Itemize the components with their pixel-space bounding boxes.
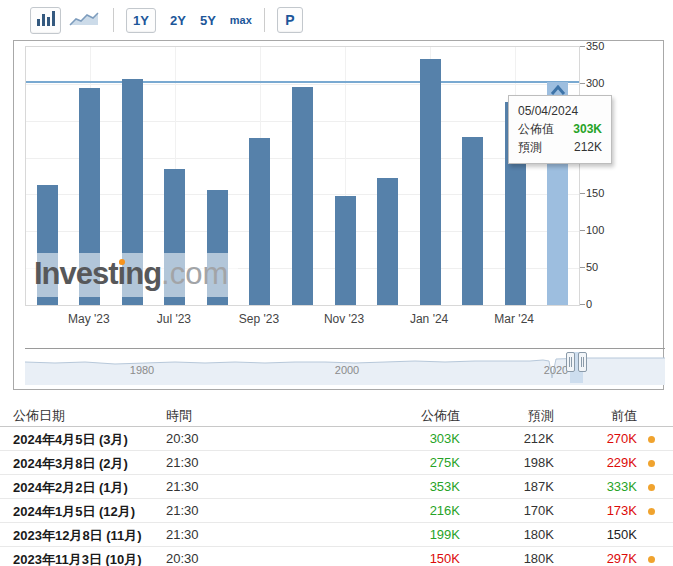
y-axis-tick-mark — [580, 267, 585, 268]
chart-bar[interactable] — [335, 196, 356, 305]
header-release-date: 公佈日期 — [13, 407, 65, 425]
watermark-text: Invest — [34, 256, 118, 291]
gridline-h — [26, 84, 579, 85]
toolbar-separator — [113, 8, 114, 32]
timeline-navigator[interactable]: 1980 2000 2020 — [25, 348, 665, 385]
forecast-value: 198K — [524, 455, 554, 470]
y-axis-tick-mark — [580, 230, 585, 231]
previous-value: 229K — [607, 455, 637, 470]
table-row[interactable]: 2024年1月5日 (12月)21:30216K170K173K — [0, 499, 673, 523]
chart-bar[interactable] — [462, 137, 483, 305]
actual-value: 353K — [430, 479, 460, 494]
chart-bar[interactable] — [420, 59, 441, 305]
y-axis-tick-mark — [580, 83, 585, 84]
table-row[interactable]: 2024年3月8日 (2月)21:30275K198K229K — [0, 451, 673, 475]
chart-container: 050100150200250300350 May '23Jul '23Sep … — [13, 40, 664, 390]
tooltip-date: 05/04/2024 — [518, 102, 602, 120]
area-chart-type-button[interactable] — [67, 8, 101, 33]
revised-dot-icon — [648, 484, 655, 491]
navigator-tick-2000: 2000 — [335, 364, 359, 376]
release-time: 20:30 — [166, 431, 199, 446]
range-1y-button[interactable]: 1Y — [126, 8, 156, 33]
reference-line — [26, 81, 579, 83]
tooltip-forecast-value: 212K — [574, 138, 602, 156]
y-axis-tick-label: 300 — [586, 77, 616, 89]
watermark-i: i — [118, 256, 126, 292]
releases-table: 公佈日期 時間 公佈值 預測 前值 2024年4月5日 (3月)20:30303… — [0, 403, 673, 566]
release-date: 2024年1月5日 (12月) — [13, 503, 135, 521]
forecast-value: 212K — [524, 431, 554, 446]
table-row[interactable]: 2024年2月2日 (1月)21:30353K187K333K — [0, 475, 673, 499]
bar-chart-type-button[interactable] — [30, 7, 61, 34]
y-axis-tick-mark — [580, 193, 585, 194]
x-axis-tick-label: May '23 — [68, 312, 110, 326]
actual-value: 150K — [430, 551, 460, 566]
release-date: 2023年11月3日 (10月) — [13, 551, 142, 566]
actual-value: 199K — [430, 527, 460, 542]
table-body: 2024年4月5日 (3月)20:30303K212K270K2024年3月8日… — [0, 427, 673, 566]
orange-dot-icon — [119, 259, 125, 265]
navigator-tick-1980: 1980 — [130, 364, 154, 376]
revised-dot-icon — [648, 556, 655, 563]
previous-value: 270K — [607, 431, 637, 446]
release-date: 2024年4月5日 (3月) — [13, 431, 128, 449]
y-axis-tick-label: 0 — [586, 298, 616, 310]
release-date: 2024年2月2日 (1月) — [13, 479, 128, 497]
investing-watermark: Investing.com — [26, 253, 238, 297]
y-axis-tick-mark — [580, 304, 585, 305]
release-time: 21:30 — [166, 479, 199, 494]
actual-value: 275K — [430, 455, 460, 470]
navigator-tick-2020: 2020 — [544, 364, 568, 376]
bar-chart-icon — [36, 10, 56, 31]
release-time: 21:30 — [166, 527, 199, 542]
navigator-right-handle[interactable] — [578, 352, 587, 372]
release-time: 20:30 — [166, 551, 199, 566]
range-max-button[interactable]: max — [230, 14, 252, 26]
y-axis-tick-label: 150 — [586, 187, 616, 199]
tooltip-actual-value: 303K — [573, 120, 602, 138]
table-row[interactable]: 2023年11月3日 (10月)20:30150K180K297K — [0, 547, 673, 566]
previous-value: 297K — [607, 551, 637, 566]
toolbar-separator — [264, 8, 265, 32]
forecast-value: 180K — [524, 527, 554, 542]
navigator-left-handle[interactable] — [566, 352, 575, 372]
header-time: 時間 — [166, 407, 192, 425]
release-date: 2023年12月8日 (11月) — [13, 527, 142, 545]
tooltip-actual-label: 公佈值 — [518, 120, 554, 138]
table-header-row: 公佈日期 時間 公佈值 預測 前值 — [0, 403, 673, 427]
x-axis-tick-label: Sep '23 — [239, 312, 279, 326]
release-time: 21:30 — [166, 455, 199, 470]
range-2y-button[interactable]: 2Y — [170, 13, 186, 28]
previous-value: 150K — [607, 527, 637, 542]
table-row[interactable]: 2024年4月5日 (3月)20:30303K212K270K — [0, 427, 673, 451]
y-axis-tick-label: 100 — [586, 224, 616, 236]
revised-dot-icon — [648, 460, 655, 467]
chart-bar[interactable] — [292, 87, 313, 305]
chart-bar[interactable] — [377, 178, 398, 305]
release-time: 21:30 — [166, 503, 199, 518]
y-axis-tick-label: 350 — [586, 40, 616, 52]
x-axis-tick-label: Jan '24 — [410, 312, 448, 326]
forecast-value: 180K — [524, 551, 554, 566]
watermark-suffix: .com — [161, 256, 228, 291]
watermark-text-2: ng — [125, 256, 161, 291]
range-5y-button[interactable]: 5Y — [200, 13, 216, 28]
header-actual: 公佈值 — [421, 407, 460, 425]
forecast-value: 187K — [524, 479, 554, 494]
header-previous: 前值 — [611, 407, 637, 425]
revised-dot-icon — [648, 436, 655, 443]
y-axis-tick-label: 50 — [586, 261, 616, 273]
previous-value: 333K — [607, 479, 637, 494]
chart-bar[interactable] — [249, 138, 270, 305]
x-axis-tick-label: Nov '23 — [324, 312, 364, 326]
actual-value: 216K — [430, 503, 460, 518]
chart-toolbar: 1Y 2Y 5Y max P — [0, 0, 673, 40]
release-date: 2024年3月8日 (2月) — [13, 455, 128, 473]
previous-value: 173K — [607, 503, 637, 518]
y-axis-tick-mark — [580, 46, 585, 47]
header-forecast: 預測 — [528, 407, 554, 425]
candlestick-period-button[interactable]: P — [277, 7, 303, 33]
chart-tooltip: 05/04/2024 公佈值 303K 預測 212K — [508, 95, 612, 164]
x-axis-tick-label: Mar '24 — [494, 312, 534, 326]
table-row[interactable]: 2023年12月8日 (11月)21:30199K180K150K — [0, 523, 673, 547]
